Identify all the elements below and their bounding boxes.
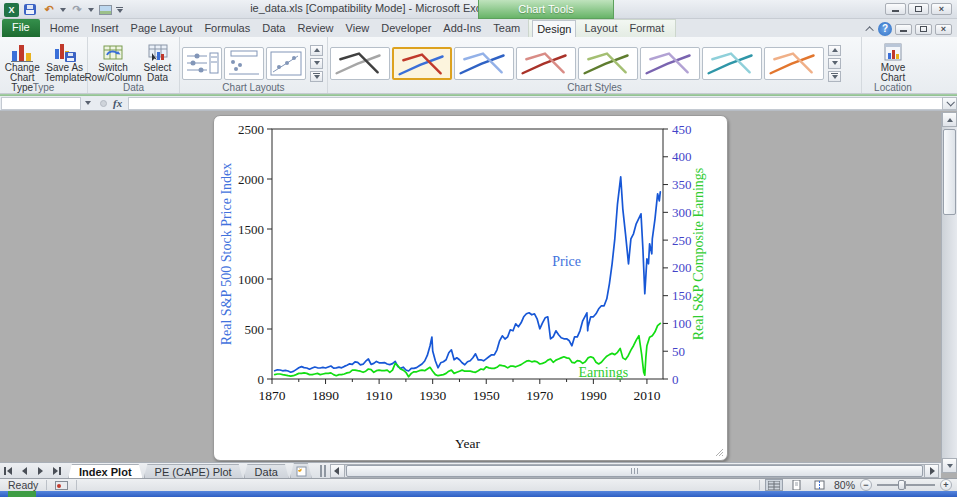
minimize-button[interactable]	[885, 3, 906, 15]
left-axis-tick-label[interactable]: 1500	[238, 222, 264, 237]
excel-logo-icon[interactable]: X	[4, 3, 19, 17]
workbook-minimize-button[interactable]	[895, 24, 912, 35]
series-price[interactable]	[275, 177, 661, 372]
switch-row-column-button[interactable]: Switch Row/Column	[90, 40, 136, 82]
name-box[interactable]	[1, 97, 81, 110]
chart-layout-thumb-1[interactable]	[182, 47, 222, 80]
zoom-slider[interactable]	[877, 479, 935, 491]
insert-worksheet-tab[interactable]	[290, 463, 312, 478]
chart-resize-grip[interactable]	[714, 447, 724, 457]
x-axis-tick-label[interactable]: 2010	[633, 388, 660, 403]
sheet-tab-index-plot[interactable]: Index Plot	[68, 464, 143, 479]
x-axis-tick-label[interactable]: 1970	[526, 388, 553, 403]
right-axis-tick-label[interactable]: 300	[672, 205, 692, 220]
undo-icon[interactable]: ↶	[41, 3, 57, 17]
chart-style-thumb-3[interactable]	[454, 47, 514, 80]
styles-more-icon[interactable]	[828, 71, 841, 82]
scroll-left-icon[interactable]	[331, 465, 345, 477]
chart-style-thumb-5[interactable]	[578, 47, 638, 80]
x-axis-tick-label[interactable]: 1990	[580, 388, 607, 403]
sheet-tab-pe-cape-plot[interactable]: PE (CAPE) Plot	[144, 464, 243, 479]
ribbon-tab-data[interactable]: Data	[258, 20, 289, 37]
chart-layout-thumb-3[interactable]	[266, 47, 306, 80]
x-axis-tick-label[interactable]: 1910	[366, 388, 393, 403]
zoom-level-text[interactable]: 80%	[834, 479, 855, 491]
workbook-close-button[interactable]: ×	[935, 24, 952, 35]
layouts-scroll-up-icon[interactable]	[310, 45, 323, 56]
chart-style-thumb-7[interactable]	[702, 47, 762, 80]
ribbon-tab-developer[interactable]: Developer	[377, 20, 435, 37]
right-axis-tick-label[interactable]: 250	[672, 233, 692, 248]
chart-style-thumb-4[interactable]	[516, 47, 576, 80]
left-axis-tick-label[interactable]: 1000	[238, 272, 264, 287]
ribbon-tab-add-ins[interactable]: Add-Ins	[439, 20, 485, 37]
vertical-scroll-thumb[interactable]	[943, 129, 956, 215]
select-data-button[interactable]: Select Data	[138, 40, 177, 82]
redo-dropdown-icon[interactable]	[88, 8, 94, 12]
name-box-dropdown-icon[interactable]	[81, 97, 94, 110]
scroll-right-icon[interactable]	[924, 465, 938, 477]
normal-view-button[interactable]	[765, 479, 783, 491]
restore-button[interactable]	[908, 3, 929, 15]
chart-style-thumb-8[interactable]	[764, 47, 824, 80]
workbook-restore-button[interactable]	[915, 24, 932, 35]
prev-sheet-icon[interactable]	[16, 464, 32, 478]
expand-formula-bar-icon[interactable]	[942, 97, 957, 110]
save-icon[interactable]	[22, 3, 38, 17]
right-axis-tick-label[interactable]: 0	[672, 372, 679, 387]
right-axis-title[interactable]: Real S&P Composite Earnings	[691, 168, 706, 341]
right-axis-tick-label[interactable]: 350	[672, 177, 692, 192]
x-axis-tick-label[interactable]: 1930	[419, 388, 446, 403]
zoom-in-icon[interactable]: +	[940, 479, 952, 491]
sheet-tab-data[interactable]: Data	[244, 464, 289, 479]
right-axis-tick-label[interactable]: 200	[672, 260, 692, 275]
chart-style-thumb-6[interactable]	[640, 47, 700, 80]
left-axis-tick-label[interactable]: 500	[245, 322, 265, 337]
x-axis-tick-label[interactable]: 1890	[312, 388, 339, 403]
ribbon-tab-file[interactable]: File	[2, 19, 40, 37]
ribbon-tab-design[interactable]: Design	[532, 20, 576, 37]
layouts-more-icon[interactable]	[310, 71, 323, 82]
series-label-earnings[interactable]: Earnings	[578, 365, 628, 380]
right-axis-tick-label[interactable]: 100	[672, 316, 692, 331]
left-axis-tick-label[interactable]: 0	[258, 372, 265, 387]
index-plot-chart[interactable]: 0500100015002000250005010015020025030035…	[214, 116, 729, 462]
x-axis-tick-label[interactable]: 1950	[473, 388, 500, 403]
save-as-template-button[interactable]: Save As Template	[44, 40, 85, 82]
collapse-ribbon-icon[interactable]	[867, 25, 875, 33]
scroll-up-icon[interactable]	[942, 112, 957, 127]
layouts-scroll-down-icon[interactable]	[310, 58, 323, 69]
ribbon-tab-layout[interactable]: Layout	[580, 20, 621, 37]
styles-scroll-down-icon[interactable]	[828, 58, 841, 69]
zoom-out-icon[interactable]: −	[860, 479, 872, 491]
horizontal-scroll-thumb[interactable]	[346, 465, 923, 477]
series-label-price[interactable]: Price	[552, 254, 581, 269]
styles-scroll-up-icon[interactable]	[828, 45, 841, 56]
first-sheet-icon[interactable]	[0, 464, 16, 478]
ribbon-tab-home[interactable]: Home	[46, 20, 83, 37]
customize-qat-icon[interactable]	[116, 7, 123, 13]
ribbon-tab-insert[interactable]: Insert	[87, 20, 123, 37]
zoom-slider-handle[interactable]	[898, 480, 905, 490]
change-chart-type-button[interactable]: Change Chart Type	[2, 40, 42, 82]
chart-quick-icon[interactable]	[97, 3, 113, 17]
macro-record-icon[interactable]	[55, 481, 68, 490]
help-icon[interactable]: ?	[878, 22, 892, 36]
formula-input[interactable]	[128, 97, 942, 110]
left-axis-tick-label[interactable]: 2000	[238, 172, 264, 187]
vertical-scrollbar[interactable]	[941, 112, 957, 473]
right-axis-tick-label[interactable]: 50	[672, 344, 685, 359]
page-layout-view-button[interactable]	[788, 479, 806, 491]
left-axis-title[interactable]: Real S&P 500 Stock Price Index	[219, 163, 234, 346]
close-button[interactable]: ×	[931, 3, 952, 15]
chart-style-thumb-1[interactable]	[330, 47, 390, 80]
tab-split-handle[interactable]	[320, 465, 326, 477]
left-axis-tick-label[interactable]: 2500	[238, 122, 264, 137]
chart-object[interactable]: 0500100015002000250005010015020025030035…	[213, 115, 728, 461]
last-sheet-icon[interactable]	[48, 464, 64, 478]
redo-icon[interactable]: ↷	[69, 3, 85, 17]
x-axis-tick-label[interactable]: 1870	[259, 388, 286, 403]
page-break-view-button[interactable]	[811, 479, 829, 491]
right-axis-tick-label[interactable]: 400	[672, 149, 692, 164]
horizontal-scrollbar[interactable]	[330, 464, 939, 478]
